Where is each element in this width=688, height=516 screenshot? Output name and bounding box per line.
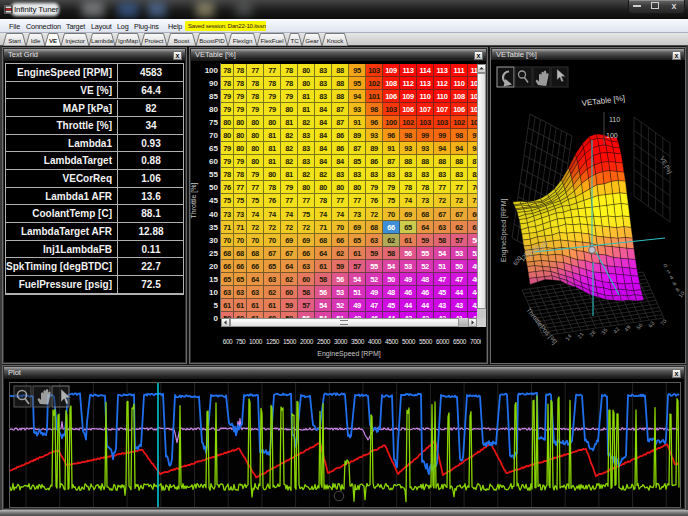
svg-text:FlexIgn: FlexIgn [233, 37, 253, 44]
svg-text:100: 100 [606, 132, 618, 139]
svg-text:EngineSpeed [RPM]: EngineSpeed [RPM] [500, 199, 508, 262]
svg-text:BoostPID: BoostPID [199, 37, 225, 44]
svg-text:IgnMap: IgnMap [118, 37, 139, 44]
svg-text:Protect: Protect [145, 37, 164, 44]
svg-text:Lambda: Lambda [91, 37, 113, 44]
svg-text:VE: VE [49, 37, 57, 44]
svg-text:Boost: Boost [174, 37, 190, 44]
svg-text:FlexFuel: FlexFuel [261, 37, 284, 44]
svg-text:Knock: Knock [327, 37, 345, 44]
svg-text:Gear: Gear [305, 37, 318, 44]
svg-text:Idle: Idle [31, 37, 41, 44]
svg-text:Injector: Injector [65, 37, 85, 44]
svg-text:Start: Start [8, 37, 21, 44]
svg-text:110: 110 [609, 116, 620, 123]
svg-text:TC: TC [290, 37, 299, 44]
